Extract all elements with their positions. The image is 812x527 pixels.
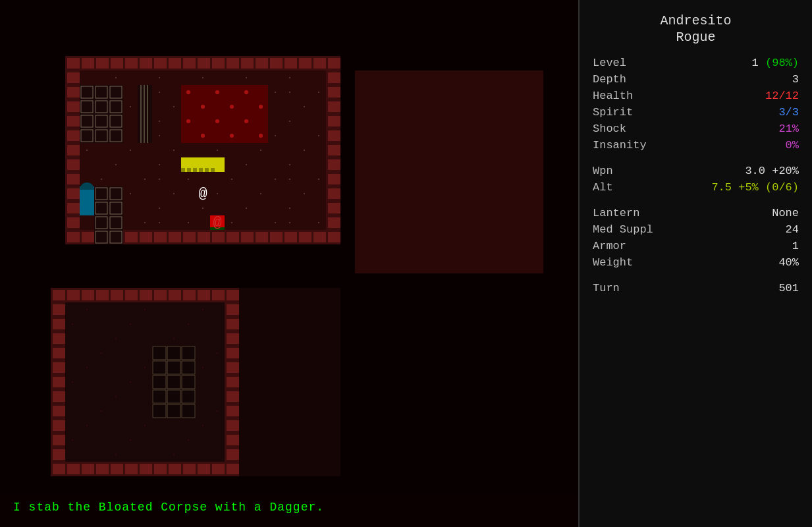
- depth-value: 3: [792, 73, 799, 86]
- wpn-label: Wpn: [593, 165, 613, 177]
- depth-label: Depth: [593, 73, 626, 86]
- game-viewport: I stab the Bloated Corpse with a Dagger.: [0, 0, 578, 527]
- shock-label: Shock: [593, 123, 626, 135]
- weight-value: 40%: [778, 256, 799, 269]
- insanity-label: Insanity: [593, 139, 647, 152]
- armor-row: Armor 1: [593, 240, 799, 252]
- medsuppl-label: Med Suppl: [593, 223, 653, 236]
- shock-row: Shock 21%: [593, 123, 799, 135]
- insanity-value: 0%: [786, 139, 799, 152]
- log-message: I stab the Bloated Corpse with a Dagger.: [13, 501, 324, 514]
- medsuppl-value: 24: [786, 223, 799, 236]
- level-label: Level: [593, 57, 626, 69]
- turn-label: Turn: [593, 282, 620, 294]
- lantern-value: None: [772, 207, 799, 219]
- level-value: 1 (98%): [752, 57, 799, 69]
- character-class: Rogue: [593, 30, 799, 45]
- spirit-label: Spirit: [593, 106, 633, 119]
- medsuppl-row: Med Suppl 24: [593, 223, 799, 236]
- level-row: Level 1 (98%): [593, 57, 799, 69]
- weight-label: Weight: [593, 256, 633, 269]
- insanity-row: Insanity 0%: [593, 139, 799, 152]
- lantern-label: Lantern: [593, 207, 639, 219]
- map-canvas: [0, 0, 578, 494]
- health-row: Health 12/12: [593, 90, 799, 102]
- depth-row: Depth 3: [593, 73, 799, 86]
- weight-row: Weight 40%: [593, 256, 799, 269]
- armor-label: Armor: [593, 240, 626, 252]
- turn-value: 501: [778, 282, 799, 294]
- shock-value: 21%: [778, 123, 799, 135]
- lantern-row: Lantern None: [593, 207, 799, 219]
- wpn-row: Wpn 3.0 +20%: [593, 165, 799, 177]
- alt-label: Alt: [593, 181, 613, 194]
- log-area: I stab the Bloated Corpse with a Dagger.: [13, 501, 566, 514]
- health-label: Health: [593, 90, 633, 102]
- alt-value: 7.5 +5% (0/6): [711, 181, 799, 194]
- wpn-value: 3.0 +20%: [745, 165, 799, 177]
- armor-value: 1: [792, 240, 799, 252]
- health-value: 12/12: [765, 90, 799, 102]
- stats-panel: Andresito Rogue Level 1 (98%) Depth 3 He…: [578, 0, 812, 527]
- turn-row: Turn 501: [593, 282, 799, 294]
- spirit-row: Spirit 3/3: [593, 106, 799, 119]
- character-name: Andresito: [593, 13, 799, 28]
- spirit-value: 3/3: [778, 106, 799, 119]
- alt-row: Alt 7.5 +5% (0/6): [593, 181, 799, 194]
